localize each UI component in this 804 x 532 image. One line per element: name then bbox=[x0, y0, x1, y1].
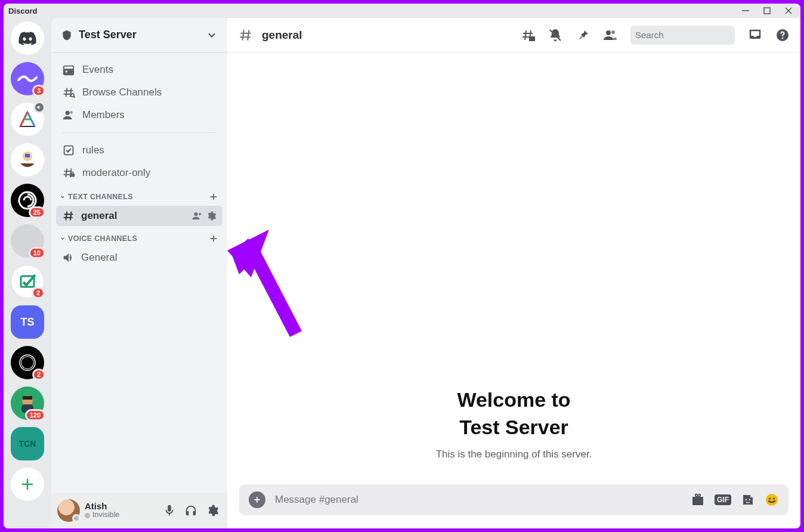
members-icon bbox=[62, 109, 75, 122]
channel-name: general bbox=[81, 210, 117, 222]
message-composer[interactable]: GIF bbox=[239, 484, 788, 515]
threads-icon bbox=[521, 28, 535, 42]
server-button[interactable] bbox=[11, 143, 44, 177]
channel-name: General bbox=[81, 252, 117, 264]
inbox-button[interactable] bbox=[748, 28, 762, 42]
window-maximize-button[interactable] bbox=[760, 4, 774, 17]
svg-point-22 bbox=[611, 30, 615, 34]
divider bbox=[62, 132, 217, 133]
text-channels-category[interactable]: TEXT CHANNELS bbox=[56, 184, 222, 206]
user-name: Atish bbox=[85, 502, 156, 512]
sticker-icon bbox=[741, 493, 755, 507]
server-button[interactable]: 10 bbox=[11, 224, 44, 258]
svg-point-25 bbox=[782, 37, 784, 39]
unread-badge: 2 bbox=[32, 369, 45, 381]
bell-mute-icon bbox=[548, 28, 562, 42]
welcome-line2: Test Server bbox=[459, 416, 568, 438]
welcome-line1: Welcome to bbox=[457, 388, 570, 411]
gift-icon bbox=[691, 493, 705, 507]
sticker-button[interactable] bbox=[741, 493, 755, 507]
server-header[interactable]: Test Server bbox=[51, 18, 227, 52]
plus-icon bbox=[252, 495, 262, 505]
svg-rect-0 bbox=[742, 10, 749, 11]
text-channels-label: TEXT CHANNELS bbox=[68, 193, 133, 201]
browse-label: Browse Channels bbox=[82, 86, 162, 98]
members-label: Members bbox=[82, 109, 125, 121]
attach-button[interactable] bbox=[249, 491, 265, 508]
user-settings-button[interactable] bbox=[203, 502, 221, 519]
message-input[interactable] bbox=[275, 494, 681, 506]
server-button[interactable]: 2 bbox=[11, 346, 44, 379]
svg-rect-9 bbox=[23, 396, 32, 400]
invite-icon[interactable] bbox=[191, 211, 202, 221]
members-nav[interactable]: Members bbox=[56, 104, 222, 126]
server-button[interactable] bbox=[11, 103, 44, 136]
server-button[interactable]: 25 bbox=[11, 184, 44, 217]
search-input[interactable] bbox=[635, 30, 749, 40]
hash-lock-icon bbox=[62, 166, 75, 180]
main-content: general Welcome toTest Se bbox=[227, 18, 800, 528]
status-icon bbox=[85, 513, 90, 518]
window-close-button[interactable] bbox=[781, 4, 796, 17]
user-status: Invisible bbox=[92, 511, 119, 519]
server-button[interactable]: 3 bbox=[11, 62, 44, 95]
voice-indicator-icon bbox=[33, 101, 45, 113]
moderator-channel[interactable]: moderator-only bbox=[56, 162, 222, 184]
voice-channels-category[interactable]: VOICE CHANNELS bbox=[56, 226, 222, 248]
window-minimize-button[interactable] bbox=[738, 4, 753, 17]
search-box[interactable] bbox=[630, 26, 735, 45]
svg-rect-1 bbox=[764, 8, 770, 14]
emoji-button[interactable] bbox=[765, 493, 779, 507]
gift-button[interactable] bbox=[691, 493, 705, 507]
help-button[interactable] bbox=[775, 28, 790, 42]
welcome-subtitle: This is the beginning of this server. bbox=[239, 449, 788, 460]
server-rail: 3 25 10 2 TS 2 bbox=[4, 18, 51, 528]
pinned-button[interactable] bbox=[576, 28, 590, 42]
server-button[interactable]: TCN bbox=[11, 427, 44, 460]
svg-point-16 bbox=[70, 111, 73, 114]
status-dot-icon bbox=[72, 514, 81, 522]
add-channel-button[interactable] bbox=[208, 191, 219, 202]
browse-channels-nav[interactable]: Browse Channels bbox=[56, 81, 222, 104]
threads-button[interactable] bbox=[521, 28, 535, 42]
notifications-button[interactable] bbox=[548, 28, 562, 42]
add-channel-button[interactable] bbox=[208, 233, 219, 244]
emoji-icon bbox=[765, 493, 779, 507]
member-list-button[interactable] bbox=[603, 28, 617, 42]
add-server-button[interactable] bbox=[11, 468, 44, 501]
unread-badge: 2 bbox=[32, 287, 45, 299]
general-text-channel[interactable]: general bbox=[56, 206, 222, 226]
svg-point-14 bbox=[71, 94, 75, 97]
unread-badge: 25 bbox=[29, 206, 45, 218]
server-label: TCN bbox=[19, 439, 36, 449]
server-button[interactable]: 120 bbox=[11, 386, 44, 420]
user-panel[interactable]: Atish Invisible bbox=[51, 493, 227, 528]
server-button[interactable]: 2 bbox=[11, 265, 44, 298]
user-avatar[interactable] bbox=[57, 499, 80, 522]
svg-rect-18 bbox=[71, 174, 75, 177]
titlebar: Discord bbox=[4, 4, 800, 18]
events-label: Events bbox=[82, 64, 113, 76]
rules-channel[interactable]: rules bbox=[56, 139, 222, 162]
events-nav[interactable]: Events bbox=[56, 58, 222, 81]
chevron-down-icon bbox=[206, 29, 218, 41]
microphone-icon bbox=[163, 504, 176, 517]
server-boost-icon bbox=[61, 29, 73, 41]
gear-icon[interactable] bbox=[206, 211, 217, 221]
hash-icon bbox=[62, 209, 75, 222]
server-name: Test Server bbox=[79, 29, 137, 41]
unread-badge: 120 bbox=[25, 409, 45, 421]
gif-button[interactable]: GIF bbox=[715, 494, 731, 505]
svg-point-21 bbox=[606, 30, 611, 35]
pin-icon bbox=[576, 28, 590, 42]
server-button[interactable]: TS bbox=[11, 305, 44, 339]
svg-point-32 bbox=[773, 498, 775, 500]
rules-label: rules bbox=[82, 144, 104, 156]
rules-icon bbox=[62, 144, 75, 157]
hash-icon bbox=[238, 27, 253, 43]
general-voice-channel[interactable]: General bbox=[56, 248, 222, 268]
home-server-button[interactable] bbox=[11, 21, 44, 55]
mute-button[interactable] bbox=[160, 502, 178, 519]
deafen-button[interactable] bbox=[182, 502, 200, 519]
discord-logo-icon bbox=[18, 31, 36, 45]
